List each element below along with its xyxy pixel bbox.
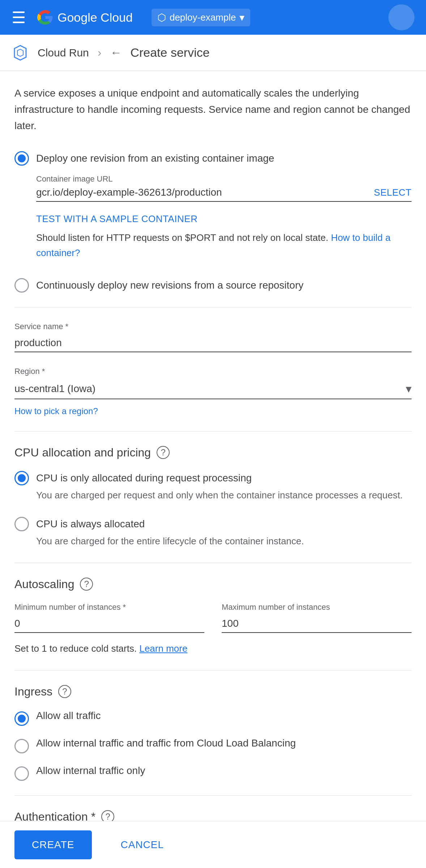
region-field: Region * us-central1 (Iowa) ▾: [14, 367, 412, 399]
search-button[interactable]: [388, 4, 414, 30]
logo-text: Google Cloud: [57, 10, 133, 25]
ingress-options: Allow all traffic Allow internal traffic…: [14, 710, 412, 781]
container-image-label: Container image URL: [36, 174, 412, 184]
google-cloud-logo: Google Cloud: [37, 9, 133, 25]
deploy-option-2-radio[interactable]: [14, 278, 29, 293]
cpu-option-2[interactable]: CPU is always allocated You are charged …: [14, 517, 412, 548]
container-image-section: Container image URL SELECT TEST WITH A S…: [36, 174, 412, 260]
cpu-option-2-radio[interactable]: [14, 517, 29, 531]
project-icon: ⬡: [157, 12, 166, 24]
autoscaling-note: Set to 1 to reduce cold starts. Learn mo…: [14, 642, 412, 656]
divider-3: [14, 563, 412, 563]
ingress-section-title: Ingress ?: [14, 685, 412, 698]
breadcrumb-bar: Cloud Run › ← Create service: [0, 35, 426, 71]
cpu-option-1-label: CPU is only allocated during request pro…: [36, 472, 252, 484]
menu-icon[interactable]: ☰: [12, 8, 26, 27]
service-name-input[interactable]: [14, 334, 412, 352]
autoscaling-note-text: Set to 1 to reduce cold starts.: [14, 643, 137, 654]
cpu-option-2-desc: You are charged for the entire lifecycle…: [36, 534, 412, 548]
deploy-option-1-label: Deploy one revision from an existing con…: [36, 153, 274, 164]
max-instances-label: Maximum number of instances: [222, 603, 412, 612]
min-instances-label: Minimum number of instances *: [14, 603, 204, 612]
region-label: Region *: [14, 367, 412, 376]
divider-1: [14, 307, 412, 307]
autoscaling-help-icon[interactable]: ?: [80, 578, 93, 591]
ingress-option-3[interactable]: Allow internal traffic only: [14, 765, 412, 781]
min-instances-field: Minimum number of instances *: [14, 603, 204, 633]
cpu-option-1-radio[interactable]: [14, 471, 29, 485]
sample-hint: Should listen for HTTP requests on $PORT…: [36, 230, 412, 260]
ingress-option-1[interactable]: Allow all traffic: [14, 710, 412, 726]
cpu-option-1-desc: You are charged per request and only whe…: [36, 488, 412, 502]
container-image-field: Container image URL SELECT: [36, 174, 412, 202]
deploy-option-1-radio[interactable]: [14, 151, 29, 166]
autoscaling-title-text: Autoscaling: [14, 578, 74, 591]
learn-more-link[interactable]: Learn more: [139, 643, 187, 654]
container-image-input-row: SELECT: [36, 187, 412, 202]
divider-2: [14, 431, 412, 431]
page-title: Create service: [130, 46, 209, 60]
region-value: us-central1 (Iowa): [14, 383, 406, 395]
ingress-option-1-radio[interactable]: [14, 711, 29, 726]
cancel-button[interactable]: CANCEL: [103, 830, 182, 859]
svg-marker-1: [17, 49, 23, 56]
cpu-title-text: CPU allocation and pricing: [14, 446, 151, 459]
ingress-title-text: Ingress: [14, 685, 52, 698]
max-instances-field: Maximum number of instances: [222, 603, 412, 633]
create-button[interactable]: CREATE: [14, 830, 92, 859]
cpu-option-1[interactable]: CPU is only allocated during request pro…: [14, 471, 412, 502]
top-bar: ☰ Google Cloud ⬡ deploy-example ▾: [0, 0, 426, 35]
project-selector[interactable]: ⬡ deploy-example ▾: [152, 9, 251, 26]
ingress-option-2-label: Allow internal traffic and traffic from …: [36, 737, 296, 749]
service-name-field: Service name *: [14, 322, 412, 352]
cpu-help-icon[interactable]: ?: [157, 446, 170, 459]
divider-5: [14, 795, 412, 796]
main-content: A service exposes a unique endpoint and …: [0, 71, 426, 868]
breadcrumb-separator: ›: [98, 46, 102, 59]
breadcrumb-service: Cloud Run: [38, 47, 89, 59]
region-dropdown-arrow: ▾: [406, 382, 412, 396]
autoscaling-section-title: Autoscaling ?: [14, 578, 412, 591]
test-sample-link[interactable]: TEST WITH A SAMPLE CONTAINER: [36, 213, 412, 225]
google-g-icon: [37, 9, 53, 25]
back-arrow[interactable]: ←: [110, 46, 122, 59]
ingress-option-1-label: Allow all traffic: [36, 710, 101, 722]
deploy-option-1[interactable]: Deploy one revision from an existing con…: [14, 151, 412, 166]
region-dropdown[interactable]: us-central1 (Iowa) ▾: [14, 379, 412, 399]
cpu-option-2-label: CPU is always allocated: [36, 518, 145, 530]
ingress-help-icon[interactable]: ?: [58, 685, 71, 698]
project-dropdown-arrow: ▾: [239, 12, 244, 24]
svg-marker-0: [14, 46, 26, 60]
bottom-action-bar: CREATE CANCEL: [0, 821, 426, 868]
select-image-button[interactable]: SELECT: [374, 187, 412, 198]
project-name: deploy-example: [170, 12, 236, 23]
ingress-option-3-label: Allow internal traffic only: [36, 765, 145, 776]
ingress-option-2[interactable]: Allow internal traffic and traffic from …: [14, 737, 412, 753]
service-name-label: Service name *: [14, 322, 412, 331]
pick-region-link[interactable]: How to pick a region?: [14, 406, 98, 416]
cloud-run-icon: [12, 44, 29, 61]
deploy-option-2[interactable]: Continuously deploy new revisions from a…: [14, 278, 412, 293]
divider-4: [14, 670, 412, 671]
container-image-input[interactable]: [36, 187, 374, 198]
autoscaling-fields: Minimum number of instances * Maximum nu…: [14, 603, 412, 633]
deploy-option-2-label: Continuously deploy new revisions from a…: [36, 280, 303, 291]
min-instances-input[interactable]: [14, 615, 204, 633]
cpu-section-title: CPU allocation and pricing ?: [14, 446, 412, 459]
max-instances-input[interactable]: [222, 615, 412, 633]
page-description: A service exposes a unique endpoint and …: [14, 85, 412, 134]
ingress-option-2-radio[interactable]: [14, 739, 29, 753]
ingress-option-3-radio[interactable]: [14, 766, 29, 781]
sample-hint-text: Should listen for HTTP requests on $PORT…: [36, 232, 328, 243]
